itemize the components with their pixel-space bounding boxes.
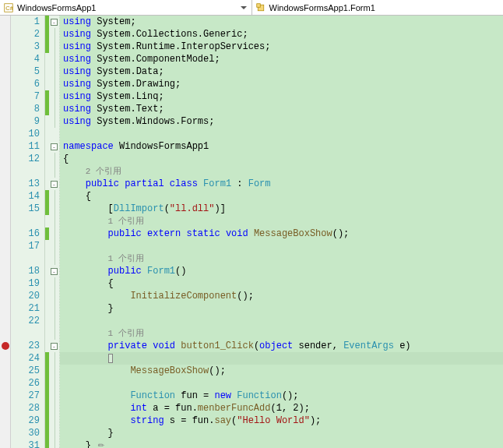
code-line[interactable]: } [60, 302, 503, 315]
code-line[interactable]: MessageBoxShow(); [60, 365, 503, 377]
code-line[interactable]: using System.Runtime.InteropServices; [60, 41, 503, 53]
code-line[interactable]: using System.ComponentModel; [60, 53, 503, 65]
outlining-gutter[interactable]: - - - - - [49, 16, 60, 448]
caret-icon [108, 354, 113, 363]
code-line[interactable] [60, 128, 503, 140]
code-line[interactable]: using System.Text; [60, 103, 503, 115]
code-line[interactable]: } [60, 427, 503, 439]
code-line[interactable]: [DllImport("ll.dll")] [60, 203, 503, 215]
class-icon [255, 2, 266, 13]
code-line[interactable] [60, 377, 503, 390]
collapse-box-icon[interactable]: - [51, 143, 58, 150]
nav-bar: C# WindowsFormsApp1 WindowsFormsApp1.For… [0, 0, 503, 16]
collapse-box-icon[interactable]: - [51, 343, 58, 350]
code-line[interactable] [60, 240, 503, 252]
code-line[interactable]: public partial class Form1 : Form [60, 178, 503, 190]
collapse-box-icon[interactable]: - [51, 268, 58, 275]
code-line[interactable]: } ✎ [60, 439, 503, 448]
code-line[interactable]: { [60, 277, 503, 290]
code-line[interactable]: InitializeComponent(); [60, 290, 503, 302]
code-line[interactable]: public extern static void MessageBoxShow… [60, 228, 503, 240]
code-line[interactable]: using System.Linq; [60, 90, 503, 103]
project-name-label: WindowsFormsApp1 [17, 3, 96, 12]
codelens-line[interactable]: 1 个引用 [60, 327, 503, 340]
svg-rect-3 [256, 3, 260, 7]
class-name-label: WindowsFormsApp1.Form1 [269, 3, 375, 12]
code-line[interactable]: string s = fun.say("Hello World"); [60, 414, 503, 427]
code-line[interactable]: private void button1_Click(object sender… [60, 340, 503, 352]
pencil-icon: ✎ [95, 438, 106, 448]
chevron-down-icon [241, 6, 247, 9]
svg-text:C#: C# [5, 5, 13, 12]
code-line[interactable]: { [60, 190, 503, 203]
collapse-box-icon[interactable]: - [51, 181, 58, 188]
codelens-line[interactable]: 2 个引用 [60, 165, 503, 178]
breakpoint-icon [2, 342, 9, 350]
code-line[interactable]: using System; [60, 16, 503, 28]
code-line[interactable]: using System.Data; [60, 65, 503, 78]
code-area[interactable]: using System; using System.Collections.G… [60, 16, 503, 448]
breakpoint-marker[interactable] [0, 340, 10, 352]
project-dropdown[interactable]: C# WindowsFormsApp1 [0, 0, 252, 15]
csharp-project-icon: C# [3, 2, 14, 13]
code-line[interactable]: using System.Drawing; [60, 78, 503, 90]
collapse-box-icon[interactable]: - [51, 19, 58, 26]
codelens-line[interactable]: 1 个引用 [60, 252, 503, 265]
code-line[interactable] [60, 315, 503, 327]
code-line[interactable] [60, 352, 503, 365]
class-dropdown[interactable]: WindowsFormsApp1.Form1 [252, 0, 504, 15]
line-number-gutter: 1 2 3 4 5 6 7 8 9 10 11 12 13 14 15 16 1… [11, 16, 45, 448]
code-line[interactable]: { [60, 153, 503, 165]
code-editor[interactable]: 1 2 3 4 5 6 7 8 9 10 11 12 13 14 15 16 1… [0, 16, 503, 448]
breakpoint-gutter[interactable] [0, 16, 11, 448]
code-line[interactable]: using System.Windows.Forms; [60, 115, 503, 128]
code-line[interactable]: Function fun = new Function(); [60, 390, 503, 402]
code-line[interactable]: public Form1() [60, 265, 503, 277]
code-line[interactable]: int a = fun.menberFuncAdd(1, 2); [60, 402, 503, 414]
code-line[interactable]: using System.Collections.Generic; [60, 28, 503, 41]
code-line[interactable]: namespace WindowsFormsApp1 [60, 140, 503, 153]
codelens-line[interactable]: 1 个引用 [60, 215, 503, 228]
